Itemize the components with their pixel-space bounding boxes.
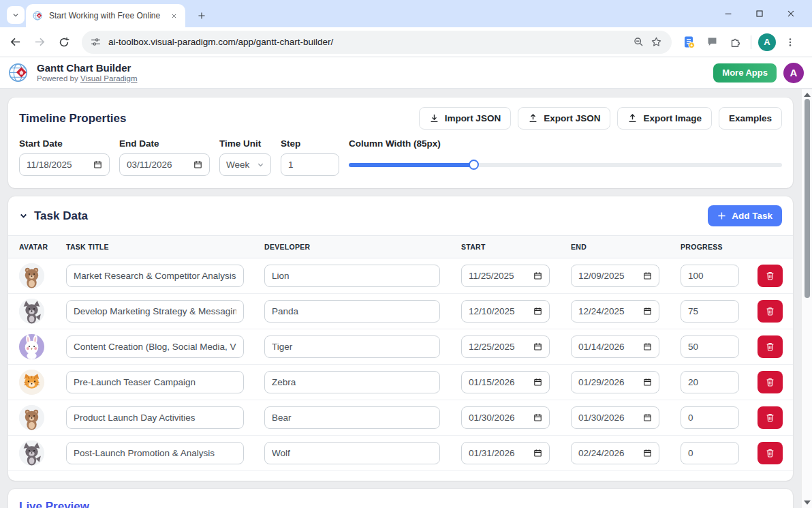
column-header-progress: PROGRESS: [681, 243, 758, 251]
task-end-date-input[interactable]: 01/14/2026: [571, 335, 659, 358]
task-table-body: 11/25/2025 12/09/2025 12/10/2025: [8, 258, 793, 471]
calendar-icon[interactable]: [533, 449, 542, 458]
step-input[interactable]: [281, 153, 339, 176]
task-start-date-input[interactable]: 11/25/2025: [461, 265, 550, 287]
developer-input[interactable]: [264, 406, 440, 429]
minimize-button[interactable]: [713, 0, 744, 27]
task-start-date-input[interactable]: 12/25/2025: [461, 335, 550, 358]
task-title-input[interactable]: [66, 265, 244, 287]
progress-input[interactable]: [681, 335, 739, 358]
calendar-icon[interactable]: [643, 307, 652, 316]
browser-menu-button[interactable]: [781, 33, 800, 52]
calendar-icon[interactable]: [533, 413, 542, 422]
trash-icon: [765, 377, 775, 387]
user-avatar[interactable]: A: [783, 63, 804, 83]
column-width-slider[interactable]: [349, 153, 782, 176]
task-title-input[interactable]: [66, 300, 244, 323]
end-date-field: End Date 03/11/2026: [119, 138, 210, 176]
progress-input[interactable]: [681, 265, 739, 287]
task-start-date-input[interactable]: 01/30/2026: [461, 406, 550, 429]
tab-close-button[interactable]: [168, 10, 180, 22]
bookmark-button[interactable]: [647, 33, 665, 51]
task-start-date-input[interactable]: 12/10/2025: [461, 300, 550, 323]
developer-input[interactable]: [264, 371, 440, 393]
address-bar[interactable]: ai-toolbox.visual-paradigm.com/app/gantt…: [82, 31, 672, 54]
delete-task-button[interactable]: [758, 300, 783, 323]
back-button[interactable]: [5, 33, 25, 52]
calendar-icon[interactable]: [533, 378, 542, 387]
task-title-input[interactable]: [66, 442, 244, 464]
tab-search-button[interactable]: [7, 6, 25, 24]
task-title-input[interactable]: [66, 406, 244, 429]
calendar-icon[interactable]: [193, 160, 202, 169]
delete-task-button[interactable]: [758, 371, 783, 393]
reload-button[interactable]: [54, 33, 74, 52]
task-start-date-input[interactable]: 01/31/2026: [461, 442, 550, 464]
examples-button[interactable]: Examples: [719, 107, 782, 130]
more-apps-button[interactable]: More Apps: [713, 63, 777, 83]
scrollbar-down-arrow-icon[interactable]: [804, 500, 811, 505]
export-json-button[interactable]: Export JSON: [518, 107, 610, 130]
calendar-icon[interactable]: [533, 307, 542, 316]
progress-input[interactable]: [681, 406, 739, 429]
task-end-date-input[interactable]: 12/09/2025: [571, 265, 659, 287]
end-date-input[interactable]: 03/11/2026: [119, 153, 210, 176]
calendar-icon[interactable]: [643, 271, 652, 280]
calendar-icon[interactable]: [643, 413, 652, 422]
task-end-date-input[interactable]: 02/24/2026: [571, 442, 659, 464]
task-end-date-input[interactable]: 01/29/2026: [571, 371, 659, 393]
calendar-icon[interactable]: [643, 378, 652, 387]
zoom-button[interactable]: [629, 33, 647, 51]
task-end-date-input[interactable]: 01/30/2026: [571, 406, 659, 429]
task-title-input[interactable]: [66, 371, 244, 393]
start-date-input[interactable]: 11/18/2025: [19, 153, 110, 176]
new-tab-button[interactable]: [193, 8, 210, 24]
maximize-button[interactable]: [744, 0, 775, 27]
extensions-button[interactable]: [725, 33, 745, 52]
task-title-input[interactable]: [66, 335, 244, 358]
column-width-thumb[interactable]: [469, 160, 479, 170]
calendar-icon[interactable]: [643, 342, 652, 351]
progress-input[interactable]: [681, 442, 739, 464]
delete-task-button[interactable]: [758, 406, 783, 429]
slider-track[interactable]: [349, 163, 782, 167]
forward-button[interactable]: [30, 33, 49, 52]
export-image-button[interactable]: Export Image: [617, 107, 712, 130]
page-scrollbar[interactable]: [801, 89, 812, 508]
add-task-button[interactable]: Add Task: [708, 205, 782, 226]
developer-input[interactable]: [264, 335, 440, 358]
calendar-icon[interactable]: [643, 449, 652, 458]
timeline-buttons: Import JSON Export JSON Export Image Exa…: [419, 107, 782, 130]
delete-task-button[interactable]: [758, 442, 783, 464]
avatar-cat: [19, 370, 44, 395]
plus-icon: [197, 11, 206, 20]
calendar-icon[interactable]: [533, 271, 542, 280]
browser-tab[interactable]: Start Working with Free Online: [26, 4, 185, 27]
url-text[interactable]: ai-toolbox.visual-paradigm.com/app/gantt…: [108, 37, 629, 47]
import-json-button[interactable]: Import JSON: [419, 107, 512, 130]
progress-input[interactable]: [681, 300, 739, 323]
delete-task-button[interactable]: [758, 335, 783, 358]
task-end-date-input[interactable]: 12/24/2025: [571, 300, 659, 323]
progress-input[interactable]: [681, 371, 739, 393]
close-window-button[interactable]: [775, 0, 807, 27]
scrollbar-thumb[interactable]: [805, 99, 810, 298]
task-data-toggle[interactable]: Task Data: [19, 209, 88, 223]
time-unit-select[interactable]: Week: [219, 153, 271, 176]
calendar-icon[interactable]: [533, 342, 542, 351]
close-icon: [785, 8, 796, 19]
developer-input[interactable]: [264, 442, 440, 464]
task-data-header: Task Data Add Task: [8, 196, 793, 235]
scrollbar-up-arrow-icon[interactable]: [804, 93, 811, 97]
docs-offline-button[interactable]: [679, 33, 698, 52]
comment-button[interactable]: [702, 33, 721, 52]
visual-paradigm-link[interactable]: Visual Paradigm: [80, 74, 138, 83]
developer-input[interactable]: [264, 300, 440, 323]
time-unit-field: Time Unit Week: [219, 138, 271, 176]
developer-input[interactable]: [264, 265, 440, 287]
delete-task-button[interactable]: [758, 265, 783, 287]
powered-by: Powered by Visual Paradigm: [37, 74, 137, 83]
task-start-date-input[interactable]: 01/15/2026: [461, 371, 550, 393]
browser-profile-avatar[interactable]: A: [758, 33, 776, 51]
calendar-icon[interactable]: [93, 160, 102, 169]
